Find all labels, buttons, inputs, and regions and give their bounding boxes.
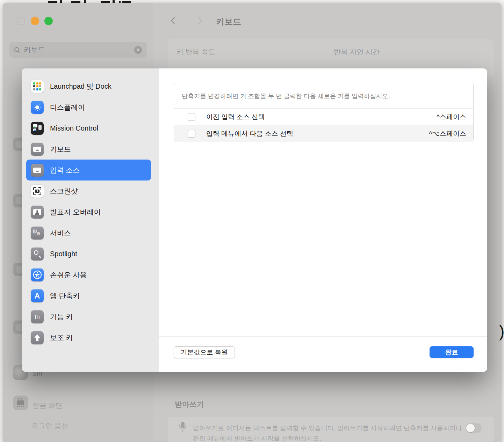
sidebar-item-label: 입력 소스 xyxy=(50,165,80,175)
screen: ✕ Siri 잠금 화면 로그인 옵션 키보드 키 반복 속도 반복 지연 시간 xyxy=(0,0,504,442)
sidebar-item-label: 서비스 xyxy=(50,228,71,238)
microphone-icon xyxy=(178,422,187,436)
shortcut-keys[interactable]: ^스페이스 xyxy=(437,112,466,121)
keyboard-shortcuts-sheet: Launchpad 및 Dock 디스플레이 Mission Control 키… xyxy=(22,68,487,372)
shortcut-label: 이전 입력 소스 선택 xyxy=(206,112,265,121)
zoom-window-button[interactable] xyxy=(44,17,53,25)
minimize-window-button[interactable] xyxy=(31,17,39,25)
app-shortcuts-a-icon: A xyxy=(31,289,44,302)
dictation-description-line1: 받아쓰기로 어디서든 텍스트를 입력할 수 있습니다. 받아쓰기를 시작하려면 … xyxy=(193,424,462,432)
presenter-overlay-icon xyxy=(31,206,44,219)
clear-search-icon[interactable]: ✕ xyxy=(134,46,142,54)
shortcuts-panel: 단축키를 변경하려면 키 조합을 두 번 클릭한 다음 새로운 키를 입력하십시… xyxy=(174,83,474,142)
shortcuts-instruction: 단축키를 변경하려면 키 조합을 두 번 클릭한 다음 새로운 키를 입력하십시… xyxy=(174,83,473,108)
sidebar-item-label: 발표자 오버레이 xyxy=(50,207,101,217)
sidebar-item-label: 키보드 xyxy=(50,145,71,154)
keyboard-icon xyxy=(31,143,44,156)
sidebar-item-services[interactable]: ⚙⚙ 서비스 xyxy=(26,222,151,243)
shortcut-keys[interactable]: ^⌥스페이스 xyxy=(429,129,466,138)
sidebar-item-label: Launchpad 및 Dock xyxy=(50,82,111,91)
done-button[interactable]: 완료 xyxy=(430,346,474,358)
chevron-right-icon[interactable] xyxy=(195,17,202,24)
checkbox-unchecked[interactable] xyxy=(188,130,195,138)
sidebar-item-accessibility[interactable]: 손쉬운 사용 xyxy=(26,264,151,285)
modifier-keys-arrow-icon xyxy=(31,331,44,344)
lock-screen-icon xyxy=(13,396,28,410)
sidebar-item-label: Spotlight xyxy=(50,250,77,258)
sidebar-item-label: 보조 키 xyxy=(50,333,73,342)
sidebar-item-screenshots[interactable]: 스크린샷 xyxy=(26,181,151,201)
shortcuts-sidebar: Launchpad 및 Dock 디스플레이 Mission Control 키… xyxy=(22,68,159,372)
accessibility-icon xyxy=(31,268,44,281)
dictation-toggle[interactable] xyxy=(466,423,482,433)
sidebar-item-label: 앱 단축키 xyxy=(50,291,80,301)
search-icon xyxy=(14,47,20,52)
sidebar-item-presenter-overlay[interactable]: 발표자 오버레이 xyxy=(26,201,151,222)
sidebar-item-mission-control[interactable]: Mission Control xyxy=(26,118,151,139)
cropped-edge-glyph: ) xyxy=(499,322,504,341)
sidebar-item-function-keys[interactable]: fn 기능 키 xyxy=(26,306,151,327)
dictation-title: 받아쓰기 xyxy=(175,399,204,409)
sidebar-item-app-shortcuts[interactable]: A 앱 단축키 xyxy=(26,285,151,306)
dictation-description-line2: 편집 메뉴에서 받아쓰기 시작을 선택하십시오. xyxy=(193,434,321,442)
close-window-button[interactable] xyxy=(17,17,25,25)
fn-key-icon: fn xyxy=(31,310,44,323)
checkbox-unchecked[interactable] xyxy=(188,113,195,121)
sidebar-item-label: 기능 키 xyxy=(50,312,73,322)
sidebar-item-login-options[interactable]: 로그인 옵션 xyxy=(31,421,69,430)
key-repeat-label: 키 반복 속도 xyxy=(177,47,215,57)
sidebar-item-label: 스크린샷 xyxy=(50,186,78,196)
repeat-delay-label: 반복 지연 시간 xyxy=(334,47,380,57)
mission-control-windows-icon xyxy=(31,122,44,135)
launchpad-grid-icon xyxy=(31,80,44,93)
sidebar-item-keyboard[interactable]: 키보드 xyxy=(26,139,151,160)
sidebar-item-label: 디스플레이 xyxy=(50,103,85,112)
page-title: 키보드 xyxy=(216,16,241,27)
display-sun-icon xyxy=(31,101,44,114)
shortcut-label: 입력 메뉴에서 다음 소스 선택 xyxy=(206,129,293,138)
shortcut-row-next-input-source[interactable]: 입력 메뉴에서 다음 소스 선택 ^⌥스페이스 xyxy=(174,125,473,142)
settings-search-field[interactable]: ✕ xyxy=(9,42,147,58)
search-input[interactable] xyxy=(24,46,134,54)
chevron-left-icon[interactable] xyxy=(171,17,178,24)
keyboard-icon xyxy=(31,164,44,177)
shortcut-row-previous-input-source[interactable]: 이전 입력 소스 선택 ^스페이스 xyxy=(174,108,473,125)
sidebar-item-input-sources[interactable]: 입력 소스 xyxy=(26,160,151,181)
shortcuts-content: 단축키를 변경하려면 키 조합을 두 번 클릭한 다음 새로운 키를 입력하십시… xyxy=(159,68,487,372)
sidebar-item-label: Mission Control xyxy=(50,124,98,132)
screenshot-camera-icon xyxy=(31,185,44,198)
sidebar-item-modifier-keys[interactable]: 보조 키 xyxy=(26,327,151,348)
sidebar-item-displays[interactable]: 디스플레이 xyxy=(26,97,151,118)
cropped-content-strip xyxy=(0,0,504,3)
sidebar-item-label: 손쉬운 사용 xyxy=(50,270,87,280)
restore-defaults-button[interactable]: 기본값으로 복원 xyxy=(174,346,235,358)
spotlight-magnifier-icon xyxy=(31,248,44,260)
dictation-card: 받아쓰기로 어디서든 텍스트를 입력할 수 있습니다. 받아쓰기를 시작하려면 … xyxy=(168,417,494,442)
footer-divider xyxy=(159,336,487,337)
services-gears-icon: ⚙⚙ xyxy=(31,227,44,240)
sidebar-item-lock-screen[interactable]: 잠금 화면 xyxy=(33,401,63,410)
sidebar-item-launchpad-dock[interactable]: Launchpad 및 Dock xyxy=(26,76,151,97)
sidebar-item-spotlight[interactable]: Spotlight xyxy=(26,243,151,264)
